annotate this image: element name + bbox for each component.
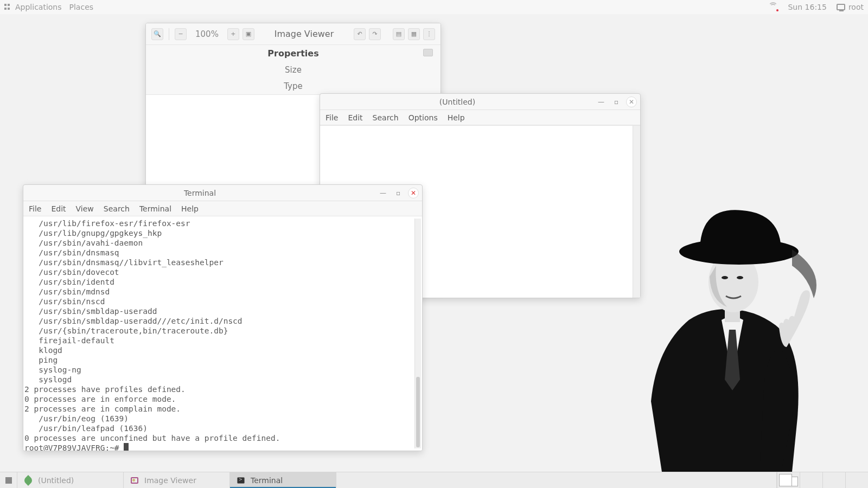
terminal-cursor xyxy=(124,443,129,451)
workspace-2[interactable] xyxy=(800,472,822,488)
gallery-icon[interactable]: ▤ xyxy=(393,28,405,40)
properties-collapse-icon[interactable] xyxy=(423,49,433,56)
zoom-level: 100% xyxy=(195,29,219,39)
zoom-in-icon[interactable]: + xyxy=(227,28,239,40)
menu-edit[interactable]: Edit xyxy=(348,113,362,122)
menu-view[interactable]: View xyxy=(76,204,94,213)
leaf-icon xyxy=(24,476,33,485)
svg-point-2 xyxy=(722,276,728,279)
prop-size-label: Size xyxy=(154,65,433,75)
applications-menu[interactable]: Applications xyxy=(15,3,62,11)
menu-help[interactable]: Help xyxy=(448,113,465,122)
properties-header: Properties xyxy=(248,48,338,59)
terminal-window[interactable]: Terminal — ▫ ✕ File Edit View Search Ter… xyxy=(23,184,423,451)
clock[interactable]: Sun 16:15 xyxy=(788,3,826,11)
svg-point-3 xyxy=(737,276,743,279)
terminal-output[interactable]: /usr/lib/firefox-esr/firefox-esr /usr/li… xyxy=(23,216,422,451)
menu-file[interactable]: File xyxy=(326,113,338,122)
task-leaf[interactable]: (Untitled) xyxy=(17,472,124,488)
menu-icon[interactable]: ⋮ xyxy=(423,28,435,40)
properties-panel: Properties Size Type xyxy=(146,45,441,94)
zoom-original-icon[interactable]: ▣ xyxy=(242,28,254,40)
user-menu[interactable]: root xyxy=(837,3,864,11)
workspace-switcher[interactable] xyxy=(776,472,868,488)
image-viewer-title: Image Viewer xyxy=(275,29,334,39)
menu-help[interactable]: Help xyxy=(181,204,199,213)
task-label: Image Viewer xyxy=(144,476,196,485)
task-terminal[interactable]: Terminal xyxy=(230,472,336,488)
places-menu[interactable]: Places xyxy=(69,3,94,11)
prop-type-label: Type xyxy=(154,81,433,91)
terminal-menubar: File Edit View Search Terminal Help xyxy=(23,201,422,216)
taskbar: (Untitled)Image ViewerTerminal xyxy=(0,472,868,488)
workspace-4[interactable] xyxy=(845,472,868,488)
monitor-icon xyxy=(837,4,845,10)
editor-titlebar[interactable]: (Untitled) — ▫ ✕ xyxy=(320,94,640,110)
zoom-out-icon[interactable]: − xyxy=(175,28,187,40)
minimize-button[interactable]: — xyxy=(596,97,607,107)
user-label: root xyxy=(848,3,864,11)
terminal-title: Terminal xyxy=(27,189,373,197)
workspace-1[interactable] xyxy=(777,472,800,488)
network-status-icon[interactable] xyxy=(768,3,778,11)
task-label: Terminal xyxy=(251,476,283,485)
wallpaper-portrait xyxy=(618,184,846,472)
menu-terminal[interactable]: Terminal xyxy=(139,204,171,213)
rotate-left-icon[interactable]: ↶ xyxy=(354,28,366,40)
terminal-titlebar[interactable]: Terminal — ▫ ✕ xyxy=(23,185,422,201)
terminal-scrollbar[interactable] xyxy=(414,219,421,448)
task-label: (Untitled) xyxy=(38,476,74,485)
image-icon xyxy=(130,476,139,485)
image-viewer-toolbar: 🔍 − 100% + ▣ Image Viewer ↶ ↷ ▤ ▦ ⋮ xyxy=(146,23,441,45)
properties-icon[interactable]: ▦ xyxy=(408,28,420,40)
top-panel: Applications Places Sun 16:15 root xyxy=(0,0,868,14)
rotate-right-icon[interactable]: ↷ xyxy=(369,28,381,40)
workspace-3[interactable] xyxy=(822,472,845,488)
close-button[interactable]: ✕ xyxy=(626,97,637,107)
panel-grip-icon xyxy=(4,4,11,10)
close-button[interactable]: ✕ xyxy=(408,188,419,198)
minimize-button[interactable]: — xyxy=(378,188,388,198)
terminal-icon xyxy=(237,476,245,485)
menu-search[interactable]: Search xyxy=(104,204,130,213)
task-image[interactable]: Image Viewer xyxy=(124,472,230,488)
menu-file[interactable]: File xyxy=(29,204,41,213)
show-desktop-button[interactable] xyxy=(0,472,17,488)
editor-menubar: File Edit Search Options Help xyxy=(320,110,640,125)
maximize-button[interactable]: ▫ xyxy=(611,97,622,107)
editor-scrollbar[interactable] xyxy=(633,126,640,298)
maximize-button[interactable]: ▫ xyxy=(393,188,404,198)
menu-options[interactable]: Options xyxy=(409,113,438,122)
taskbar-spacer xyxy=(336,472,776,488)
editor-title: (Untitled) xyxy=(323,98,591,106)
zoom-fit-icon[interactable]: 🔍 xyxy=(151,28,163,40)
menu-edit[interactable]: Edit xyxy=(51,204,66,213)
menu-search[interactable]: Search xyxy=(373,113,399,122)
